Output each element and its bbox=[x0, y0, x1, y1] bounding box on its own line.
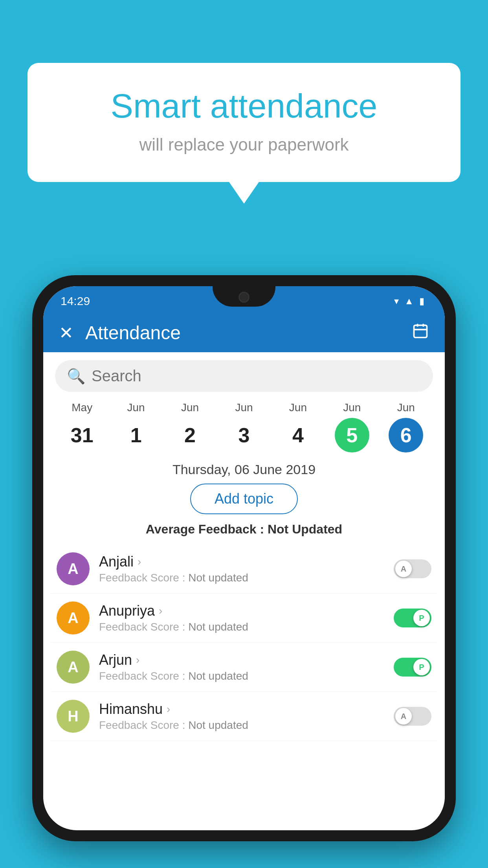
feedback-score: Feedback Score : Not updated bbox=[99, 572, 384, 584]
student-name[interactable]: Anupriya › bbox=[99, 603, 384, 619]
selected-date-label: Thursday, 06 June 2019 bbox=[43, 462, 445, 477]
wifi-icon: ▾ bbox=[394, 296, 399, 307]
phone-outer: 14:29 ▾ ▲ ▮ ✕ Attendance 🔍 bbox=[32, 275, 456, 841]
signal-icon: ▲ bbox=[404, 296, 414, 307]
chevron-icon: › bbox=[136, 654, 139, 666]
phone-wrapper: 14:29 ▾ ▲ ▮ ✕ Attendance 🔍 bbox=[32, 275, 456, 868]
add-topic-button[interactable]: Add topic bbox=[190, 484, 298, 514]
student-info: Anupriya ›Feedback Score : Not updated bbox=[99, 603, 384, 633]
toggle-thumb: P bbox=[413, 610, 430, 626]
toggle-off[interactable]: A bbox=[394, 707, 431, 726]
speech-bubble: Smart attendance will replace your paper… bbox=[28, 63, 460, 182]
speech-subtitle: will replace your paperwork bbox=[59, 135, 429, 154]
feedback-score: Feedback Score : Not updated bbox=[99, 621, 384, 633]
phone-notch bbox=[213, 286, 275, 307]
search-icon: 🔍 bbox=[67, 368, 85, 385]
attendance-toggle[interactable]: A bbox=[394, 559, 431, 578]
attendance-toggle[interactable]: A bbox=[394, 707, 431, 726]
student-name[interactable]: Himanshu › bbox=[99, 701, 384, 717]
student-list: AAnjali ›Feedback Score : Not updatedAAA… bbox=[43, 544, 445, 741]
date-item[interactable]: Jun6 bbox=[379, 401, 433, 452]
date-month: Jun bbox=[397, 401, 415, 414]
feedback-score: Feedback Score : Not updated bbox=[99, 719, 384, 732]
phone-screen: 14:29 ▾ ▲ ▮ ✕ Attendance 🔍 bbox=[43, 286, 445, 830]
date-number[interactable]: 31 bbox=[65, 418, 99, 452]
chevron-icon: › bbox=[159, 605, 162, 617]
close-button[interactable]: ✕ bbox=[59, 323, 73, 343]
toggle-thumb: A bbox=[395, 561, 412, 577]
header-title: Attendance bbox=[85, 322, 412, 344]
speech-title: Smart attendance bbox=[59, 86, 429, 125]
date-item[interactable]: Jun5 bbox=[325, 401, 379, 452]
date-item[interactable]: Jun3 bbox=[217, 401, 271, 452]
student-info: Anjali ›Feedback Score : Not updated bbox=[99, 554, 384, 584]
student-item: AAnupriya ›Feedback Score : Not updatedP bbox=[51, 594, 437, 643]
student-info: Himanshu ›Feedback Score : Not updated bbox=[99, 701, 384, 732]
student-item: AArjun ›Feedback Score : Not updatedP bbox=[51, 643, 437, 692]
avatar: A bbox=[57, 651, 90, 684]
feedback-score: Feedback Score : Not updated bbox=[99, 670, 384, 682]
avatar: H bbox=[57, 700, 90, 733]
avg-feedback-label: Average Feedback : bbox=[146, 522, 268, 536]
phone-camera bbox=[238, 292, 250, 303]
toggle-on[interactable]: P bbox=[394, 658, 431, 677]
avatar: A bbox=[57, 601, 90, 634]
calendar-icon[interactable] bbox=[412, 322, 429, 343]
date-month: Jun bbox=[289, 401, 307, 414]
date-item[interactable]: Jun4 bbox=[271, 401, 325, 452]
app-header: ✕ Attendance bbox=[43, 313, 445, 352]
date-number[interactable]: 6 bbox=[389, 418, 423, 452]
toggle-off[interactable]: A bbox=[394, 559, 431, 578]
status-time: 14:29 bbox=[61, 294, 90, 308]
battery-icon: ▮ bbox=[419, 296, 424, 307]
date-number[interactable]: 2 bbox=[173, 418, 207, 452]
date-item[interactable]: May31 bbox=[55, 401, 109, 452]
avg-feedback-value: Not Updated bbox=[268, 522, 342, 536]
status-icons: ▾ ▲ ▮ bbox=[394, 296, 424, 307]
toggle-on[interactable]: P bbox=[394, 609, 431, 627]
avg-feedback: Average Feedback : Not Updated bbox=[43, 522, 445, 537]
student-item: HHimanshu ›Feedback Score : Not updatedA bbox=[51, 692, 437, 741]
chevron-icon: › bbox=[167, 703, 170, 715]
date-item[interactable]: Jun1 bbox=[109, 401, 163, 452]
date-item[interactable]: Jun2 bbox=[163, 401, 217, 452]
date-strip: May31Jun1Jun2Jun3Jun4Jun5Jun6 bbox=[43, 392, 445, 452]
student-name[interactable]: Arjun › bbox=[99, 652, 384, 668]
date-month: Jun bbox=[181, 401, 199, 414]
avatar: A bbox=[57, 552, 90, 585]
date-number[interactable]: 5 bbox=[335, 418, 369, 452]
search-input[interactable] bbox=[92, 367, 421, 385]
toggle-thumb: P bbox=[413, 659, 430, 675]
svg-rect-0 bbox=[414, 325, 427, 337]
attendance-toggle[interactable]: P bbox=[394, 658, 431, 677]
student-name[interactable]: Anjali › bbox=[99, 554, 384, 570]
toggle-thumb: A bbox=[395, 708, 412, 725]
date-number[interactable]: 1 bbox=[119, 418, 153, 452]
search-container[interactable]: 🔍 bbox=[55, 360, 433, 392]
student-item: AAnjali ›Feedback Score : Not updatedA bbox=[51, 544, 437, 594]
date-month: May bbox=[72, 401, 92, 414]
student-info: Arjun ›Feedback Score : Not updated bbox=[99, 652, 384, 682]
date-number[interactable]: 3 bbox=[227, 418, 261, 452]
date-month: Jun bbox=[127, 401, 145, 414]
chevron-icon: › bbox=[138, 555, 141, 568]
date-month: Jun bbox=[343, 401, 361, 414]
date-number[interactable]: 4 bbox=[281, 418, 315, 452]
attendance-toggle[interactable]: P bbox=[394, 609, 431, 627]
date-month: Jun bbox=[235, 401, 253, 414]
